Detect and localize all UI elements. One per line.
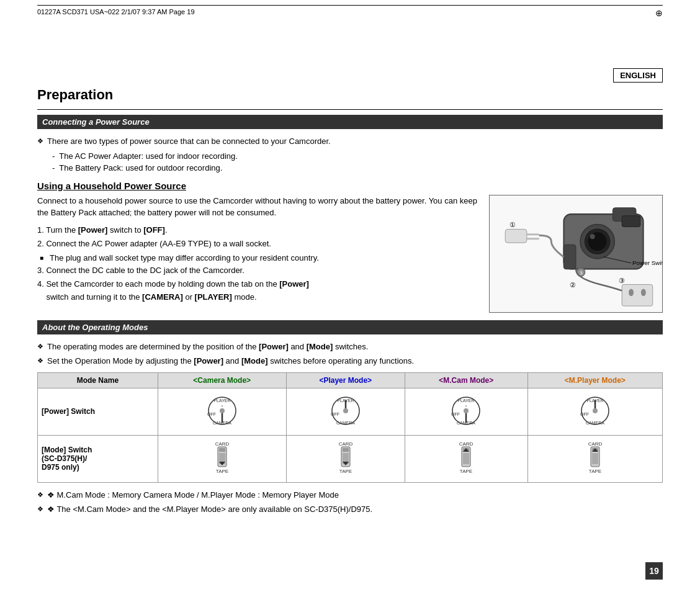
svg-text:PLAYER: PLAYER <box>458 398 475 403</box>
svg-text:TAPE: TAPE <box>460 469 472 474</box>
svg-text:CAMERA: CAMERA <box>586 421 604 425</box>
step3: 3. Connect the DC cable to the DC jack o… <box>37 264 479 277</box>
cell-mode-mcam: CARD TAPE <box>405 435 527 482</box>
row-label-mode: [Mode] Switch(SC-D375(H)/D975 only) <box>38 435 158 482</box>
cell-mode-mplayer: CARD TAPE <box>527 435 662 482</box>
svg-point-15 <box>629 289 634 296</box>
page-title: Preparation <box>37 87 663 103</box>
step2: 2. Connect the AC Power adapter (AA-E9 T… <box>37 238 479 251</box>
modes-table: Mode Name <Camera Mode> <Player Mode> <M… <box>37 372 663 483</box>
svg-text:CAMERA: CAMERA <box>336 421 355 425</box>
svg-point-35 <box>343 408 348 413</box>
section1-sub1: - The AC Power Adapter: used for indoor … <box>37 150 663 163</box>
footer-notes: ❖ M.Cam Mode : Memory Camera Mode / M.Pl… <box>37 489 663 516</box>
cell-mode-player: CARD TAPE <box>286 435 405 482</box>
svg-text:TAPE: TAPE <box>589 469 601 474</box>
step1: 1. Turn the [Power] switch to [OFF]. <box>37 224 479 237</box>
tape-card-player-svg: CARD TAPE <box>330 439 361 477</box>
cell-power-mcam: PLAYER • OFF CAMERA <box>405 388 527 435</box>
subsection-title: Using a Household Power Source <box>37 181 663 191</box>
svg-rect-11 <box>505 229 527 243</box>
section1-sub2: - The Battery Pack: used for outdoor rec… <box>37 162 663 174</box>
svg-rect-52 <box>219 448 225 452</box>
section1-bullet1: There are two types of power source that… <box>37 135 663 148</box>
tape-card-mplayer-svg: CARD TAPE <box>580 439 611 477</box>
svg-point-49 <box>593 408 598 413</box>
cell-power-mplayer: PLAYER • OFF CAMERA <box>527 388 662 435</box>
svg-text:OFF: OFF <box>207 412 216 416</box>
svg-text:Power Switch: Power Switch <box>632 259 662 266</box>
camera-box: ③ ① ② ③ <box>489 195 663 313</box>
footer-note2: ❖ The <M.Cam Mode> and the <M.Player Mod… <box>37 503 663 516</box>
section2-bullet2: Set the Operation Mode by adjusting the … <box>37 355 663 367</box>
svg-text:OFF: OFF <box>331 412 339 416</box>
svg-text:•: • <box>465 404 467 408</box>
svg-rect-7 <box>563 244 576 269</box>
svg-rect-12 <box>527 233 539 235</box>
svg-point-16 <box>641 289 646 296</box>
svg-text:OFF: OFF <box>580 412 589 416</box>
table-row-mode: [Mode] Switch(SC-D375(H)/D975 only) CARD… <box>38 435 663 482</box>
svg-text:TAPE: TAPE <box>339 469 352 474</box>
svg-rect-13 <box>527 238 539 240</box>
cell-power-player: PLAYER • OFF CAMERA <box>286 388 405 435</box>
svg-rect-65 <box>463 453 469 464</box>
svg-text:CARD: CARD <box>338 441 352 447</box>
tape-card-mcam-svg: CARD TAPE <box>451 439 482 477</box>
row-label-power: [Power] Switch <box>38 388 158 435</box>
svg-text:OFF: OFF <box>451 412 460 416</box>
cell-power-camera: PLAYER • OFF CAMERA <box>158 388 286 435</box>
col-header-name: Mode Name <box>38 372 158 388</box>
numbered-list: 1. Turn the [Power] switch to [OFF]. 2. … <box>37 224 479 304</box>
camera-svg: ③ ① ② ③ <box>490 195 662 312</box>
cell-mode-camera: CARD TAPE <box>158 435 286 482</box>
section2-bar: About the Operating Modes <box>37 320 663 334</box>
svg-point-5 <box>590 234 595 239</box>
content-left: Connect to a household power source to u… <box>37 195 479 313</box>
svg-text:•: • <box>222 404 223 408</box>
registration-mark: ⊕ <box>655 8 663 18</box>
modes-section: About the Operating Modes The operating … <box>37 320 663 516</box>
svg-text:③: ③ <box>619 277 625 284</box>
page-number: 19 <box>645 562 663 580</box>
col-header-camera: <Camera Mode> <box>158 372 286 388</box>
section1-bar: Connecting a Power Source <box>37 115 663 129</box>
tape-card-camera-svg: CARD TAPE <box>207 439 238 477</box>
camera-illustration-box: ③ ① ② ③ <box>489 195 663 313</box>
page-header: 01227A SCD371 USA~022 2/1/07 9:37 AM Pag… <box>37 5 663 18</box>
title-divider <box>37 109 663 110</box>
table-row-power: [Power] Switch PLAYER • OFF CAMERA <box>38 388 663 435</box>
svg-point-42 <box>464 408 469 413</box>
section2-bullet1: The operating modes are determined by th… <box>37 341 663 353</box>
svg-rect-8 <box>622 215 640 226</box>
svg-text:TAPE: TAPE <box>216 469 228 474</box>
svg-text:CARD: CARD <box>459 441 473 447</box>
switch-player-svg: PLAYER • OFF CAMERA <box>324 392 367 429</box>
subsection-intro: Connect to a household power source to u… <box>37 195 479 219</box>
col-header-player: <Player Mode> <box>286 372 405 388</box>
content-with-image: Connect to a household power source to u… <box>37 195 663 313</box>
svg-rect-71 <box>592 453 598 464</box>
switch-camera-svg: PLAYER • OFF CAMERA <box>200 392 244 429</box>
page-meta: 01227A SCD371 USA~022 2/1/07 9:37 AM Pag… <box>37 8 195 16</box>
footer-note1: ❖ M.Cam Mode : Memory Camera Mode / M.Pl… <box>37 489 663 501</box>
svg-rect-14 <box>622 284 652 306</box>
switch-mcam-svg: PLAYER • OFF CAMERA <box>444 392 488 429</box>
svg-text:②: ② <box>570 281 576 289</box>
svg-point-28 <box>220 408 225 413</box>
svg-text:①: ① <box>509 221 516 228</box>
svg-text:CARD: CARD <box>588 441 602 447</box>
switch-mplayer-svg: PLAYER • OFF CAMERA <box>573 392 617 429</box>
main-content: Preparation Connecting a Power Source Th… <box>37 87 663 555</box>
svg-text:PLAYER: PLAYER <box>213 398 230 403</box>
svg-text:CARD: CARD <box>215 441 229 447</box>
svg-rect-58 <box>343 448 349 452</box>
step4: 4. Set the Camcorder to each mode by hol… <box>37 278 479 304</box>
english-badge: ENGLISH <box>613 68 663 83</box>
step2-note: The plug and wall socket type may differ… <box>37 252 479 264</box>
col-header-mcam: <M.Cam Mode> <box>405 372 527 388</box>
col-header-mplayer: <M.Player Mode> <box>527 372 662 388</box>
